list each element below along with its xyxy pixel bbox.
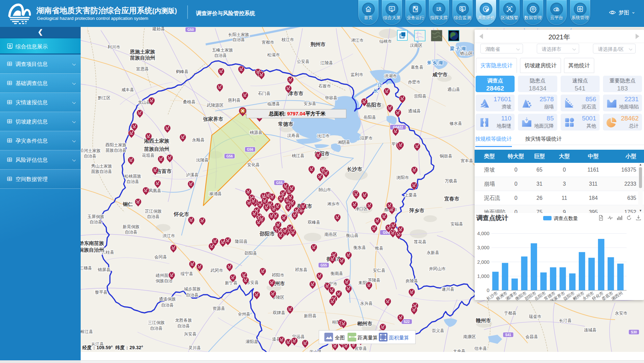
svg-text:沿河土家族: 沿河土家族 [80, 148, 101, 153]
svg-text:攸县: 攸县 [375, 246, 384, 251]
svg-text:常德市: 常德市 [278, 121, 293, 127]
svg-text:S41: S41 [505, 333, 511, 337]
svg-text:慈利县: 慈利县 [228, 98, 241, 103]
svg-text:松滋市: 松滋市 [267, 52, 280, 57]
svg-text:浏阳市: 浏阳市 [396, 175, 409, 180]
svg-text:咸宁市: 咸宁市 [432, 72, 448, 77]
svg-text:通山县: 通山县 [447, 87, 460, 92]
svg-text:潜江市: 潜江市 [351, 38, 364, 43]
svg-text:绥宁县: 绥宁县 [180, 271, 193, 276]
svg-text:祁阳市: 祁阳市 [272, 273, 284, 278]
svg-text:灌阳县: 灌阳县 [245, 339, 258, 344]
svg-text:桑植县: 桑植县 [183, 100, 196, 104]
svg-text:自治县: 自治县 [147, 214, 160, 219]
svg-text:崇义县: 崇义县 [432, 328, 444, 333]
svg-text:连城县: 连城县 [584, 328, 597, 332]
svg-text:渌口区: 渌口区 [355, 207, 368, 211]
svg-text:秀山土家族: 秀山土家族 [91, 164, 112, 169]
svg-text:永新县: 永新县 [427, 250, 439, 255]
svg-text:嘉鱼县: 嘉鱼县 [411, 65, 424, 70]
svg-text:五峰土家族: 五峰土家族 [212, 48, 233, 52]
svg-text:永兴县: 永兴县 [360, 301, 373, 306]
svg-text:洪江市: 洪江市 [162, 233, 175, 238]
svg-text:于都县: 于都县 [504, 311, 517, 316]
svg-text:上栗县: 上栗县 [404, 193, 417, 197]
svg-text:鹤峰县: 鹤峰县 [176, 69, 189, 74]
svg-text:自治县: 自治县 [89, 220, 102, 224]
svg-text:苗族自治州: 苗族自治州 [130, 55, 155, 61]
svg-text:桃江县: 桃江县 [292, 153, 305, 158]
svg-text:灵川县: 灵川县 [188, 346, 201, 350]
svg-text:瑞金市: 瑞金市 [529, 314, 541, 319]
svg-text:江: 江 [378, 83, 383, 88]
svg-text:宜丰县: 宜丰县 [460, 158, 473, 163]
svg-text:荆州市: 荆州市 [310, 41, 326, 47]
svg-text:三穗县: 三穗县 [79, 266, 92, 270]
svg-text:通道侗族: 通道侗族 [159, 297, 176, 301]
svg-text:咸丰县: 咸丰县 [121, 87, 134, 92]
svg-text:武陵源区: 武陵源区 [206, 103, 224, 108]
svg-text:安仁县: 安仁县 [373, 268, 386, 273]
svg-text:信丰县: 信丰县 [474, 346, 487, 351]
svg-text:S22: S22 [404, 320, 410, 324]
svg-text:洪湖市: 洪湖市 [384, 74, 397, 78]
svg-text:恩施土家族: 恩施土家族 [130, 49, 156, 55]
svg-text:宣恩县: 宣恩县 [136, 67, 149, 71]
svg-text:韶山市: 韶山市 [318, 187, 331, 192]
svg-text:新晃侗族: 新晃侗族 [123, 224, 140, 229]
svg-text:修水县: 修水县 [449, 121, 462, 126]
svg-text:新田县: 新田县 [304, 314, 317, 318]
svg-text:自治县: 自治县 [125, 230, 137, 234]
svg-text:芷江侗族: 芷江侗族 [145, 209, 162, 214]
svg-text:遂川县: 遂川县 [442, 287, 454, 292]
svg-text:建始县: 建始县 [152, 27, 165, 31]
svg-text:自治县: 自治县 [161, 303, 174, 307]
svg-text:华容县: 华容县 [325, 96, 337, 100]
svg-text:南岳区: 南岳区 [324, 232, 337, 237]
svg-text:泸溪县: 泸溪县 [186, 173, 199, 177]
svg-text:经度：109.59° 纬度：29.32°: 经度：109.59° 纬度：29.32° [82, 345, 143, 350]
svg-text:永安市: 永安市 [615, 311, 628, 316]
svg-text:沅江市: 沅江市 [317, 134, 330, 138]
svg-text:岳阳市: 岳阳市 [366, 102, 381, 108]
svg-text:自治县: 自治县 [126, 179, 139, 184]
svg-text:苗族自治县: 苗族自治县 [91, 169, 112, 174]
svg-text:兴安县: 兴安县 [184, 332, 197, 336]
svg-text:汉南区: 汉南区 [410, 43, 422, 48]
svg-text:岳阳县: 岳阳县 [363, 115, 376, 120]
svg-text:会同县: 会同县 [154, 255, 167, 259]
svg-text:邵阳县: 邵阳县 [244, 251, 257, 256]
svg-text:0: 0 [487, 288, 489, 293]
svg-text:双峰县: 双峰县 [308, 220, 320, 225]
svg-text:邵阳市: 邵阳市 [259, 231, 275, 237]
svg-text:桃源县: 桃源县 [250, 130, 263, 135]
svg-text:凤凰县: 凤凰县 [149, 188, 161, 193]
svg-text:自治县: 自治县 [186, 293, 199, 297]
svg-text:自治县: 自治县 [84, 154, 96, 158]
svg-text:临澧县: 临澧县 [267, 102, 280, 106]
svg-text:锦屏县: 锦屏县 [97, 267, 111, 272]
svg-text:郴州市: 郴州市 [357, 321, 372, 326]
svg-text:3,000: 3,000 [477, 245, 489, 250]
svg-text:黔东南苗族: 黔东南苗族 [79, 240, 105, 246]
svg-text:G56: G56 [227, 154, 233, 158]
svg-text:江陵县: 江陵县 [320, 61, 333, 65]
svg-text:花垣县: 花垣县 [142, 153, 155, 158]
svg-text:斧头湖: 斧头湖 [427, 60, 444, 65]
svg-text:松桃苗族: 松桃苗族 [124, 174, 142, 179]
svg-text:监利市: 监利市 [351, 72, 363, 77]
svg-text:永顺县: 永顺县 [192, 138, 205, 142]
svg-text:G55: G55 [276, 181, 283, 185]
svg-text:宜章县: 宜章县 [354, 346, 367, 351]
svg-text:赣州市: 赣州市 [476, 318, 491, 323]
svg-text:安福县: 安福县 [450, 222, 463, 226]
svg-text:湘乡市: 湘乡市 [327, 202, 340, 206]
svg-text:自治县: 自治县 [232, 37, 245, 42]
svg-text:衡山县: 衡山县 [346, 233, 359, 238]
svg-text:城步苗族: 城步苗族 [184, 287, 201, 291]
svg-text:枝江市: 枝江市 [281, 37, 294, 42]
svg-text:汉寿县: 汉寿县 [287, 133, 300, 138]
svg-text:萍乡市: 萍乡市 [409, 208, 425, 213]
svg-text:自治县: 自治县 [177, 324, 190, 328]
svg-text:苗族自治县: 苗族自治县 [106, 148, 127, 153]
